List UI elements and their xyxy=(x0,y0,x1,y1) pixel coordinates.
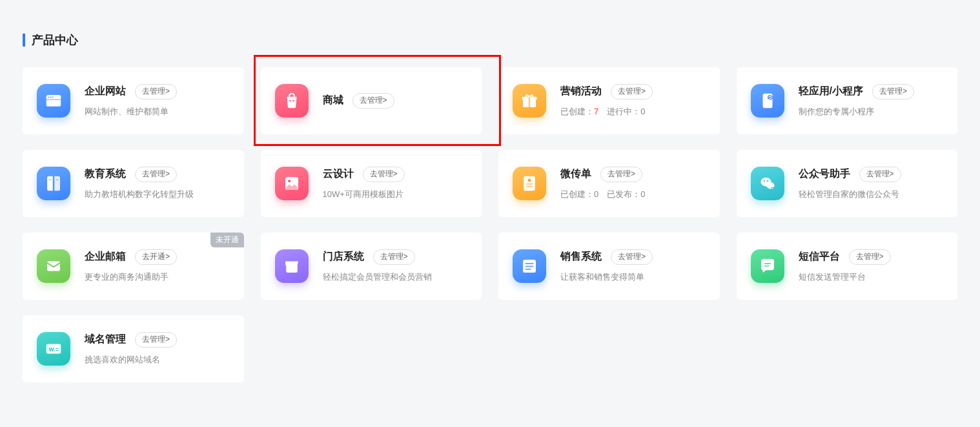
card-title: 云设计 xyxy=(323,167,354,181)
card-description: 制作您的专属小程序 xyxy=(799,106,944,118)
miniapp-icon xyxy=(751,84,784,118)
card-header: 商城去管理> xyxy=(323,93,468,109)
manage-button[interactable]: 去管理> xyxy=(872,84,914,99)
product-card-enterprise-mail[interactable]: 未开通企业邮箱去开通>更专业的商务沟通助手 xyxy=(23,233,244,300)
product-card-mall[interactable]: 商城去管理> xyxy=(261,67,482,134)
card-body: 企业网站去管理>网站制作、维护都简单 xyxy=(85,84,230,118)
flyer-icon xyxy=(513,167,546,200)
list-icon xyxy=(513,249,546,283)
card-stats: 已创建：7 进行中：0 xyxy=(560,106,706,118)
product-card-sms-platform[interactable]: 短信平台去管理>短信发送管理平台 xyxy=(737,233,958,300)
card-body: 微传单去管理>已创建：0 已发布：0 xyxy=(560,167,706,200)
mail-icon xyxy=(37,249,70,283)
manage-button[interactable]: 去管理> xyxy=(600,167,642,182)
product-card-marketing[interactable]: 营销活动去管理>已创建：7 进行中：0 xyxy=(498,67,720,134)
card-title: 企业邮箱 xyxy=(85,250,126,264)
manage-button[interactable]: 去管理> xyxy=(352,93,394,109)
card-header: 云设计去管理> xyxy=(323,167,468,182)
card-header: 销售系统去管理> xyxy=(560,249,706,265)
product-card-store-system[interactable]: 门店系统去管理>轻松搞定会员管理和会员营销 xyxy=(261,233,482,300)
manage-button[interactable]: 去管理> xyxy=(849,249,891,265)
domain-icon xyxy=(37,332,70,366)
card-body: 轻应用/小程序去管理>制作您的专属小程序 xyxy=(799,84,944,118)
card-header: 门店系统去管理> xyxy=(323,249,468,265)
card-body: 营销活动去管理>已创建：7 进行中：0 xyxy=(560,84,706,118)
card-description: 让获客和销售变得简单 xyxy=(560,271,706,283)
card-title: 短信平台 xyxy=(799,250,840,264)
manage-button[interactable]: 去管理> xyxy=(859,167,901,182)
product-card-cloud-design[interactable]: 云设计去管理>10W+可商用模板图片 xyxy=(261,150,482,217)
card-header: 短信平台去管理> xyxy=(799,249,944,265)
card-title: 微传单 xyxy=(560,167,591,181)
manage-button[interactable]: 去开通> xyxy=(135,249,177,265)
card-body: 教育系统去管理>助力教培机构数字化转型升级 xyxy=(85,167,230,200)
card-title: 销售系统 xyxy=(560,250,602,264)
stat-label: 已发布： xyxy=(607,189,640,199)
card-header: 轻应用/小程序去管理> xyxy=(799,84,944,99)
product-card-miniprogram[interactable]: 轻应用/小程序去管理>制作您的专属小程序 xyxy=(737,67,958,134)
manage-button[interactable]: 去管理> xyxy=(135,332,177,348)
card-title: 企业网站 xyxy=(85,85,126,98)
status-badge: 未开通 xyxy=(210,233,244,247)
card-description: 网站制作、维护都简单 xyxy=(85,106,230,118)
stat-value: 0 xyxy=(640,189,645,199)
card-body: 短信平台去管理>短信发送管理平台 xyxy=(799,249,944,283)
shopping-bag-icon xyxy=(275,84,309,118)
chat-icon xyxy=(751,249,784,283)
manage-button[interactable]: 去管理> xyxy=(135,167,177,182)
product-grid: 企业网站去管理>网站制作、维护都简单商城去管理>营销活动去管理>已创建：7 进行… xyxy=(23,67,957,382)
card-description: 助力教培机构数字化转型升级 xyxy=(85,189,230,200)
card-body: 销售系统去管理>让获客和销售变得简单 xyxy=(560,249,706,283)
manage-button[interactable]: 去管理> xyxy=(611,249,653,265)
card-header: 微传单去管理> xyxy=(560,167,706,182)
card-description: 轻松管理自家的微信公众号 xyxy=(799,189,944,200)
card-description: 挑选喜欢的网站域名 xyxy=(85,354,230,366)
card-header: 企业邮箱去开通> xyxy=(85,249,230,265)
card-body: 公众号助手去管理>轻松管理自家的微信公众号 xyxy=(799,167,944,200)
card-header: 企业网站去管理> xyxy=(85,84,230,99)
card-title: 商城 xyxy=(323,94,343,107)
card-body: 企业邮箱去开通>更专业的商务沟通助手 xyxy=(85,249,230,283)
product-card-wechat-assistant[interactable]: 公众号助手去管理>轻松管理自家的微信公众号 xyxy=(737,150,958,217)
card-body: 域名管理去管理>挑选喜欢的网站域名 xyxy=(85,332,230,366)
product-card-enterprise-site[interactable]: 企业网站去管理>网站制作、维护都简单 xyxy=(23,67,244,134)
product-card-education[interactable]: 教育系统去管理>助力教培机构数字化转型升级 xyxy=(23,150,244,217)
manage-button[interactable]: 去管理> xyxy=(373,249,415,265)
manage-button[interactable]: 去管理> xyxy=(611,84,653,99)
card-body: 商城去管理> xyxy=(323,93,468,109)
card-description: 短信发送管理平台 xyxy=(799,271,944,283)
card-title: 轻应用/小程序 xyxy=(799,85,863,98)
card-description: 10W+可商用模板图片 xyxy=(323,189,468,200)
card-body: 云设计去管理>10W+可商用模板图片 xyxy=(323,167,468,200)
annotation-arrow xyxy=(0,395,980,427)
card-description: 更专业的商务沟通助手 xyxy=(85,271,230,283)
card-stats: 已创建：0 已发布：0 xyxy=(560,189,706,200)
card-title: 域名管理 xyxy=(85,333,126,346)
section-title-text: 产品中心 xyxy=(32,32,78,48)
stat-value: 0 xyxy=(640,107,645,116)
manage-button[interactable]: 去管理> xyxy=(363,167,405,182)
stat-label: 进行中： xyxy=(607,107,640,116)
card-title: 公众号助手 xyxy=(799,167,850,181)
book-icon xyxy=(37,167,70,200)
card-header: 域名管理去管理> xyxy=(85,332,230,348)
card-header: 公众号助手去管理> xyxy=(799,167,944,182)
card-body: 门店系统去管理>轻松搞定会员管理和会员营销 xyxy=(323,249,468,283)
image-icon xyxy=(275,167,309,200)
card-title: 门店系统 xyxy=(323,250,364,264)
stat-label: 已创建： xyxy=(560,189,594,199)
store-icon xyxy=(275,249,309,283)
product-card-sales-system[interactable]: 销售系统去管理>让获客和销售变得简单 xyxy=(498,233,720,300)
card-description: 轻松搞定会员管理和会员营销 xyxy=(323,271,468,283)
browser-icon xyxy=(37,84,70,118)
card-header: 教育系统去管理> xyxy=(85,167,230,182)
wechat-icon xyxy=(751,167,784,200)
stat-label: 已创建： xyxy=(560,107,594,116)
section-title: 产品中心 xyxy=(23,32,957,48)
manage-button[interactable]: 去管理> xyxy=(135,84,177,99)
card-title: 教育系统 xyxy=(85,167,126,181)
card-header: 营销活动去管理> xyxy=(560,84,706,99)
product-card-micro-flyer[interactable]: 微传单去管理>已创建：0 已发布：0 xyxy=(498,150,720,217)
title-accent-bar xyxy=(23,34,25,47)
product-card-domain[interactable]: 域名管理去管理>挑选喜欢的网站域名 xyxy=(23,315,244,382)
